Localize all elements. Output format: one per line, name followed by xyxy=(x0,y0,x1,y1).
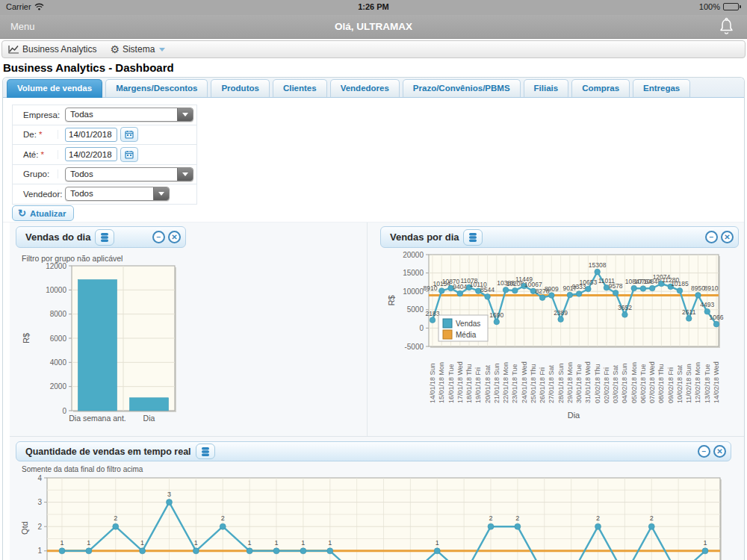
tab-compras[interactable]: Compras xyxy=(571,79,630,97)
greeting-title: Olá, ULTRAMAX xyxy=(0,21,747,32)
svg-text:19/01/18 Fri: 19/01/18 Fri xyxy=(474,367,482,403)
data-table-button[interactable] xyxy=(463,229,483,246)
panel-title: Vendas por dia xyxy=(390,231,459,243)
svg-text:2: 2 xyxy=(37,523,42,531)
panel-title: Quantidade de vendas em tempo real xyxy=(25,447,191,457)
vendas-por-dia-chart: -500005000100001500020000891089102183101… xyxy=(384,249,737,433)
svg-text:5000: 5000 xyxy=(407,305,424,314)
svg-text:08/02/18 Thu: 08/02/18 Thu xyxy=(657,364,665,403)
data-table-button[interactable] xyxy=(95,229,114,246)
svg-text:8950: 8950 xyxy=(691,284,705,292)
svg-text:1: 1 xyxy=(87,539,90,547)
tab-clientes[interactable]: Clientes xyxy=(273,79,327,97)
tab-produtos[interactable]: Produtos xyxy=(211,79,269,97)
svg-text:07/02/18 Wed: 07/02/18 Wed xyxy=(648,361,656,403)
vendedor-select[interactable]: Todos xyxy=(65,187,170,201)
svg-text:3652: 3652 xyxy=(618,304,632,311)
svg-text:Qtd: Qtd xyxy=(20,521,29,535)
atualizar-button[interactable]: ↻ Atualizar xyxy=(12,205,74,221)
chart-note: Somente da data final do filtro acima xyxy=(22,465,143,473)
svg-text:10/02/18 Sat: 10/02/18 Sat xyxy=(676,364,684,403)
database-icon xyxy=(100,232,109,243)
svg-text:2: 2 xyxy=(114,514,117,522)
vendedor-select-arrow xyxy=(153,187,169,200)
filter-row-vendedor: Vendedor: Todos xyxy=(13,184,196,205)
empresa-label: Empresa: xyxy=(13,111,58,119)
tab-vendedores[interactable]: Vendedores xyxy=(330,79,400,97)
close-button[interactable]: ✕ xyxy=(721,231,734,243)
ate-calendar-button[interactable] xyxy=(120,147,138,162)
database-icon xyxy=(468,232,477,243)
toolbar-item-business-analytics[interactable]: Business Analytics xyxy=(8,44,96,55)
tab-bar: Volume de vendasMargens/DescontosProduto… xyxy=(3,78,744,98)
toolbar-system-label: Sistema xyxy=(123,44,155,55)
svg-text:1: 1 xyxy=(248,539,252,547)
svg-text:31/01/18 Wed: 31/01/18 Wed xyxy=(584,361,592,403)
tab-prazo-conv-nios-pbms[interactable]: Prazo/Convênios/PBMS xyxy=(403,79,521,97)
tab-filiais[interactable]: Filiais xyxy=(524,79,569,97)
svg-text:01/02/18 Thu: 01/02/18 Thu xyxy=(594,364,601,403)
svg-text:2: 2 xyxy=(650,514,654,522)
empresa-select[interactable]: Todas xyxy=(65,108,193,122)
atualizar-label: Atualizar xyxy=(30,209,66,218)
svg-text:R$: R$ xyxy=(387,295,396,305)
svg-text:2389: 2389 xyxy=(554,309,568,317)
svg-text:8544: 8544 xyxy=(480,286,495,293)
minimize-button[interactable]: − xyxy=(152,231,165,243)
svg-text:4: 4 xyxy=(37,474,42,482)
svg-text:1: 1 xyxy=(60,539,63,547)
panel-header-vendas-do-dia: Vendas do dia − ✕ xyxy=(16,226,186,248)
svg-text:14/01/18 Sun: 14/01/18 Sun xyxy=(429,363,436,403)
svg-text:0: 0 xyxy=(419,324,424,332)
panel-vendas-do-dia: Vendas do dia − ✕ Filtro por grupo não a… xyxy=(10,223,368,437)
svg-text:10185: 10185 xyxy=(671,280,689,287)
tab-margens-descontos[interactable]: Margens/Descontos xyxy=(105,79,208,97)
panel-tempo-real: Quantidade de vendas em tempo real − ✕ S… xyxy=(10,436,744,560)
de-calendar-button[interactable] xyxy=(120,127,138,142)
toolbar-item-sistema[interactable]: ⚙ Sistema xyxy=(110,44,165,55)
tab-volume-de-vendas[interactable]: Volume de vendas xyxy=(7,79,102,98)
svg-text:1: 1 xyxy=(274,539,278,547)
minimize-button[interactable]: − xyxy=(698,445,710,458)
widgets-row: Vendas do dia − ✕ Filtro por grupo não a… xyxy=(3,222,744,436)
close-button[interactable]: ✕ xyxy=(168,231,181,243)
bell-icon[interactable] xyxy=(718,17,735,40)
svg-text:15/01/18 Mon: 15/01/18 Mon xyxy=(438,362,445,403)
svg-text:30/01/18 Tue: 30/01/18 Tue xyxy=(575,364,583,403)
svg-text:Dia: Dia xyxy=(568,411,580,420)
filter-form: Empresa: Todas De:* Até:* xyxy=(12,105,197,205)
svg-text:10000: 10000 xyxy=(46,286,66,294)
filter-row-grupo: Grupo: Todos xyxy=(13,165,196,185)
svg-text:1: 1 xyxy=(140,539,144,547)
svg-text:8910: 8910 xyxy=(704,284,719,292)
svg-text:22/01/18 Mon: 22/01/18 Mon xyxy=(502,362,509,403)
calendar-icon xyxy=(125,150,134,159)
panel-header-vendas-por-dia: Vendas por dia − ✕ xyxy=(380,226,739,248)
svg-text:18/01/18 Thu: 18/01/18 Thu xyxy=(465,364,473,403)
ate-date-input[interactable] xyxy=(65,147,117,161)
data-table-button[interactable] xyxy=(196,444,215,459)
svg-text:05/02/18 Mon: 05/02/18 Mon xyxy=(630,362,638,403)
svg-text:1066: 1066 xyxy=(710,314,724,321)
svg-text:1690: 1690 xyxy=(489,311,503,319)
svg-text:02/02/18 Fri: 02/02/18 Fri xyxy=(603,367,610,403)
svg-text:20000: 20000 xyxy=(403,251,424,259)
svg-text:0: 0 xyxy=(62,407,66,415)
close-button[interactable]: ✕ xyxy=(713,445,726,458)
svg-text:15308: 15308 xyxy=(589,261,607,269)
svg-text:2: 2 xyxy=(515,514,519,522)
empresa-select-value: Todas xyxy=(66,108,177,121)
de-label: De:* xyxy=(13,130,58,139)
minimize-button[interactable]: − xyxy=(705,231,718,243)
svg-text:23/01/18 Tue: 23/01/18 Tue xyxy=(511,364,518,403)
svg-text:1: 1 xyxy=(37,547,42,555)
de-date-input[interactable] xyxy=(65,128,117,142)
app-toolbar: Business Analytics ⚙ Sistema xyxy=(1,40,746,58)
panel-vendas-por-dia: Vendas por dia − ✕ -50000500010000150002… xyxy=(368,223,744,437)
line-chart-icon xyxy=(8,45,19,54)
svg-text:12000: 12000 xyxy=(46,263,66,270)
tab-entregas[interactable]: Entregas xyxy=(633,79,690,97)
grupo-select[interactable]: Todos xyxy=(65,167,193,181)
svg-text:2: 2 xyxy=(489,514,492,522)
svg-text:06/02/18 Tue: 06/02/18 Tue xyxy=(639,364,647,403)
